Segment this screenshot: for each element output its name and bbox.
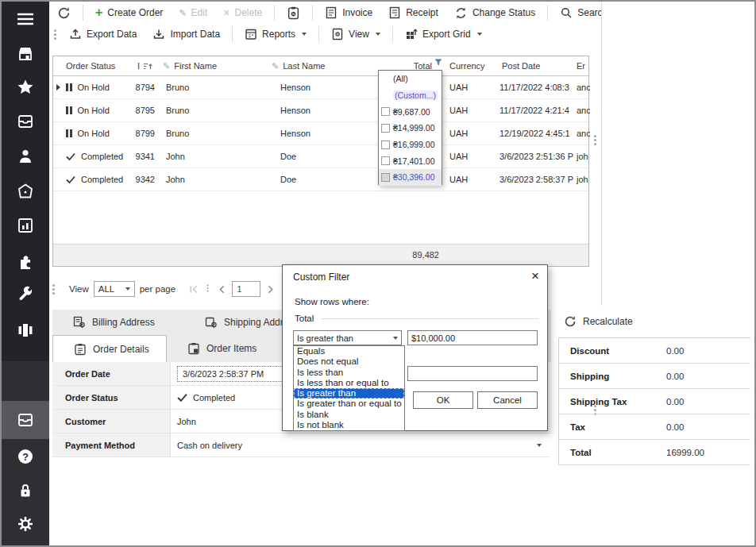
payment-method-field[interactable]: Cash on delivery — [171, 433, 550, 456]
sidebar-item-lock-icon[interactable] — [2, 476, 49, 505]
operator-select[interactable]: Is greater than — [293, 330, 402, 345]
sidebar-item-basket-icon[interactable] — [2, 177, 49, 206]
filter-option-custom[interactable]: (Custom...) — [379, 87, 442, 104]
dialog-title: Custom Filter — [293, 272, 349, 283]
filter-value-option[interactable]: ₴14,999.00 — [379, 120, 442, 137]
grid-indicator-header — [53, 56, 64, 75]
receipt-button[interactable]: Receipt — [382, 3, 445, 22]
ok-button[interactable]: OK — [413, 391, 473, 409]
operator-option[interactable]: Is not blank — [294, 420, 404, 430]
cell-status: On Hold — [64, 122, 132, 144]
checkbox-icon[interactable] — [381, 107, 390, 116]
refresh-button[interactable] — [51, 3, 77, 23]
table-row[interactable]: On Hold 8799 Bruno Henson UAH 12/19/2022… — [53, 122, 588, 145]
operator-option-selected[interactable]: Is greater than — [294, 388, 404, 399]
cell-email: anc — [574, 99, 590, 121]
operator-option[interactable]: Is blank — [294, 410, 404, 420]
filter-value-option[interactable]: ₴16,999.00 — [379, 137, 442, 153]
toolbar-drag-handle[interactable] — [54, 29, 56, 32]
operator-option[interactable]: Is greater than or equal to — [294, 399, 404, 409]
table-row[interactable]: Completed 9342 John Doe ₴16,999.0 UAH 3/… — [53, 168, 588, 191]
table-row[interactable]: Completed 9341 John Doe UAH 3/6/2023 2:5… — [53, 145, 588, 168]
chevron-down-icon[interactable] — [537, 444, 542, 447]
filter-funnel-icon — [434, 59, 442, 67]
filter-option-all[interactable]: (All) — [379, 71, 442, 87]
previous-page-button[interactable] — [217, 284, 227, 295]
checkbox-icon[interactable] — [381, 156, 390, 165]
delete-button[interactable]: × Delete — [217, 3, 268, 22]
filter-value2-input[interactable] — [407, 366, 538, 381]
recalculate-button[interactable]: Recalculate — [558, 314, 750, 328]
receipt-doc-icon — [388, 6, 401, 19]
tab-billing-address[interactable]: Billing Address — [52, 310, 184, 335]
tab-order-items[interactable]: Order Items — [167, 335, 286, 362]
operator-option[interactable]: Equals — [294, 346, 404, 356]
close-icon[interactable]: × — [531, 268, 539, 284]
sidebar-item-favorites-star-icon[interactable] — [2, 73, 49, 102]
change-status-button[interactable]: Change Status — [448, 3, 542, 23]
cell-first-name: Bruno — [160, 99, 268, 121]
checkbox-icon[interactable] — [381, 141, 390, 149]
sidebar-item-help-icon[interactable]: ? — [2, 442, 49, 471]
pager-drag-handle[interactable] — [52, 284, 55, 287]
menu-hamburger-icon[interactable] — [2, 5, 49, 33]
completed-check-icon — [177, 393, 187, 403]
export-up-icon — [69, 28, 82, 40]
sidebar-item-customers-person-icon[interactable] — [2, 142, 49, 171]
dialog-cancel-button[interactable]: Cancel — [477, 391, 538, 409]
sidebar-item-plugins-puzzle-icon[interactable] — [2, 248, 49, 276]
sidebar-item-orders-active-icon[interactable] — [2, 406, 49, 434]
column-header-id[interactable]: I — [132, 56, 160, 75]
export-grid-menu-button[interactable]: Export Grid — [399, 25, 488, 44]
pager-separator-dots — [207, 284, 209, 286]
toolbar-separator — [547, 5, 548, 21]
checkbox-icon[interactable] — [381, 124, 390, 133]
table-row[interactable]: On Hold 8794 Bruno Henson UAH 11/17/2022… — [53, 76, 588, 99]
invoice-button[interactable]: Invoice — [318, 3, 379, 22]
sidebar-item-orders-icon[interactable] — [2, 107, 49, 136]
filter-value-input[interactable]: $10,000.00 — [407, 330, 538, 345]
edit-button[interactable]: ✎ Edit — [172, 4, 214, 21]
operator-option[interactable]: Is less than or equal to — [294, 378, 404, 388]
sidebar-item-reports-chart-icon[interactable] — [2, 211, 49, 240]
pencil-icon: ✎ — [272, 56, 279, 75]
splitter-handle[interactable] — [594, 135, 596, 137]
column-header-first-name[interactable]: ✎First Name — [160, 56, 268, 75]
sidebar-item-store[interactable] — [2, 40, 49, 68]
sidebar-item-devices-icon[interactable] — [2, 316, 49, 345]
import-data-button[interactable]: Import Data — [146, 25, 226, 44]
sidebar-item-settings-gear-icon[interactable] — [2, 510, 49, 538]
filter-value-option[interactable]: ₴17,401.00 — [379, 152, 442, 169]
page-size-select[interactable]: ALL — [94, 281, 135, 297]
toolbar-separator — [392, 26, 393, 42]
page-number-input[interactable]: 1 — [232, 281, 260, 297]
operator-option[interactable]: Is less than — [294, 368, 404, 378]
filter-value-option[interactable]: ₴9,687.00 — [379, 103, 442, 120]
field-label: Payment Method — [52, 433, 171, 456]
column-header-post-date[interactable]: Post Date — [497, 56, 574, 75]
reports-menu-button[interactable]: Reports — [238, 25, 313, 44]
checkbox-icon[interactable] — [381, 173, 390, 182]
current-row-arrow-icon — [56, 84, 60, 91]
view-eye-icon — [331, 28, 344, 40]
column-header-order-status[interactable]: Order Status — [64, 56, 132, 75]
table-row[interactable]: On Hold 8795 Bruno Henson UAH 11/17/2022… — [53, 99, 588, 122]
operator-option[interactable]: Does not equal — [294, 356, 404, 367]
first-page-button[interactable] — [188, 284, 199, 295]
cell-email: anc — [574, 76, 590, 98]
column-header-currency[interactable]: Currency — [444, 56, 497, 75]
export-data-button[interactable]: Export Data — [63, 25, 143, 44]
preview-order-button[interactable] — [280, 3, 307, 23]
toolbar-separator — [232, 26, 233, 42]
filter-value-option-highlighted[interactable]: ₴30,396.00 — [379, 169, 442, 186]
sidebar-item-tools-wrench-icon[interactable] — [2, 281, 49, 310]
tab-order-details[interactable]: Order Details — [52, 335, 167, 362]
per-page-label: per page — [140, 284, 176, 294]
change-status-icon — [454, 6, 468, 20]
column-header-email[interactable]: Er — [574, 56, 590, 75]
create-order-button[interactable]: + Create Order — [89, 4, 169, 21]
field-label: Order Date — [52, 362, 171, 385]
column-header-last-name[interactable]: ✎Last Name — [268, 56, 366, 75]
view-menu-button[interactable]: View — [325, 25, 387, 44]
next-page-button[interactable] — [265, 284, 276, 295]
